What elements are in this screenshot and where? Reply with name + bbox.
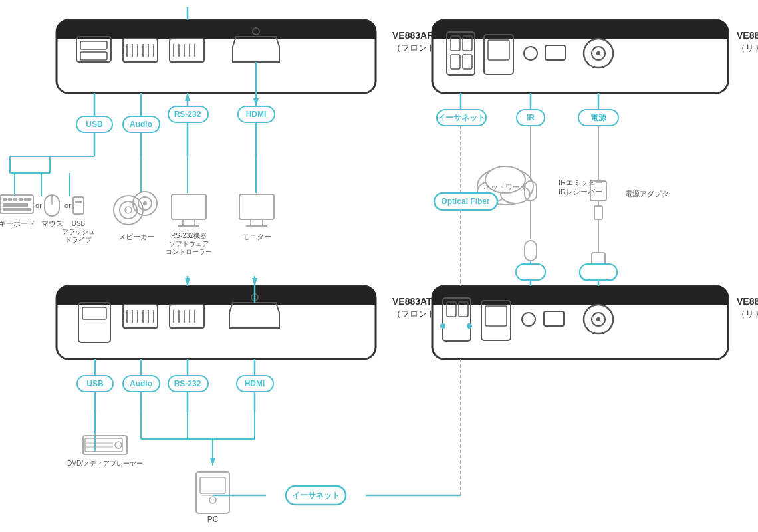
svg-rect-23 (432, 29, 728, 39)
or-label-1: or (35, 201, 42, 209)
power-label-ar: 電源 (590, 113, 607, 122)
svg-rect-98 (13, 198, 17, 201)
svg-rect-96 (3, 198, 7, 201)
hdmi-label-at: HDMI (245, 379, 265, 388)
svg-rect-99 (19, 198, 23, 201)
svg-point-178 (115, 442, 122, 448)
ir-receiver-label: IRレシーバー (559, 188, 602, 196)
svg-point-108 (114, 196, 143, 225)
ve883at-rear-title: VE883AT (737, 296, 758, 307)
svg-rect-177 (85, 438, 122, 452)
dvd-label: DVD/メディアプレーヤー (67, 460, 143, 467)
svg-marker-159 (185, 278, 190, 286)
svg-rect-101 (3, 203, 28, 207)
ve883ar-front-device: VE883AR （フロント） (57, 20, 444, 93)
network-label: ネットワーク (483, 183, 527, 191)
pc-label: PC (207, 515, 219, 524)
ve883at-front-title: VE883AT (392, 296, 432, 307)
ve883at-rear-device: VE883AT （リア） (432, 286, 758, 359)
svg-rect-193 (580, 264, 617, 280)
ve883at-front-device: VE883AT （フロント） (57, 286, 444, 359)
audio-label-ar: Audio (130, 120, 152, 129)
svg-rect-105 (73, 197, 84, 214)
svg-rect-181 (196, 472, 229, 513)
ve883ar-rear-device: VE883AR （リア） (432, 20, 758, 93)
svg-rect-147 (594, 206, 602, 219)
rs232-device-label3: コントローラー (166, 248, 212, 255)
speaker-label: スピーカー (118, 233, 155, 241)
mouse-label: マウス (41, 219, 63, 227)
svg-point-70 (596, 317, 600, 321)
ir-emitter-label: IRエミッター (559, 178, 602, 186)
usb-flash-label: USB (72, 220, 86, 227)
svg-point-35 (596, 51, 600, 55)
svg-point-110 (125, 207, 132, 213)
keyboard-label: キーボード (0, 219, 35, 227)
usb-flash-label2: フラッシュ (62, 228, 95, 235)
ve883ar-front-title: VE883AR (392, 30, 434, 41)
rs232-label-ar: RS-232 (174, 110, 201, 119)
svg-rect-191 (516, 264, 545, 280)
monitor-label: モニター (242, 233, 271, 241)
or-label-2: or (64, 201, 71, 209)
svg-rect-106 (75, 201, 82, 203)
ir-label-ar: IR (527, 113, 535, 122)
svg-rect-182 (200, 477, 225, 493)
usb-flash-label3: ドライブ (65, 236, 92, 243)
svg-marker-164 (252, 278, 257, 286)
svg-rect-97 (8, 198, 12, 201)
rs232-device-label: RS-232機器 (171, 232, 207, 239)
rs232-label-at: RS-232 (174, 379, 201, 388)
svg-marker-84 (253, 98, 259, 106)
ve883ar-rear-subtitle: （リア） (737, 43, 758, 53)
svg-point-62 (440, 323, 445, 329)
svg-rect-102 (3, 208, 31, 211)
svg-marker-175 (210, 458, 215, 466)
svg-rect-120 (239, 194, 274, 219)
usb-label-at: USB (86, 379, 104, 388)
svg-rect-58 (432, 295, 728, 305)
svg-marker-80 (185, 93, 190, 101)
ethernet-label-at: イーサネット (292, 491, 340, 500)
svg-rect-141 (525, 241, 537, 261)
usb-label-ar: USB (86, 120, 103, 129)
audio-label-at: Audio (130, 379, 152, 388)
svg-rect-115 (172, 194, 206, 219)
svg-rect-100 (24, 198, 31, 201)
rs232-device-label2: ソフトウェア (169, 240, 209, 247)
svg-point-113 (143, 201, 147, 205)
svg-point-63 (467, 323, 472, 329)
hdmi-label-ar: HDMI (246, 110, 267, 119)
ethernet-label-ar: イーサネット (438, 113, 485, 122)
ve883at-rear-subtitle: （リア） (737, 309, 758, 319)
ve883ar-rear-title: VE883AR (737, 30, 758, 41)
power-adapter-label: 電源アダプタ (625, 190, 669, 198)
svg-point-183 (209, 497, 216, 503)
optical-fiber-label: Optical Fiber (441, 197, 490, 206)
